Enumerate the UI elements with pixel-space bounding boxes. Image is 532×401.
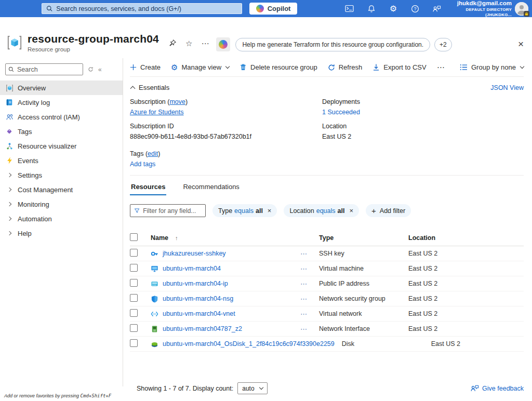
row-checkbox[interactable] [130,339,138,347]
tab-recommendations[interactable]: Recommendations [182,179,240,195]
resource-location: East US 2 [408,310,524,317]
filter-pill-type[interactable]: Type equals all × [212,204,277,217]
add-tags-link[interactable]: Add tags [130,161,155,168]
column-header-location[interactable]: Location [408,234,524,242]
resource-link[interactable]: ubuntu-vm-march04_OsDisk_1_2f84c19c6c974… [163,340,335,347]
add-filter-button[interactable]: + Add filter [366,204,411,217]
row-more-icon[interactable]: ⋯ [300,265,319,273]
row-more-icon[interactable]: ⋯ [300,280,319,288]
resource-type: Network security group [319,295,408,302]
more-actions-icon[interactable]: ⋯ [201,39,209,47]
location-value: East US 2 [322,133,524,140]
row-checkbox[interactable] [130,324,138,332]
tags-label: Tags (edit) [130,150,524,157]
sidebar-group-automation[interactable]: Automation [0,211,123,226]
json-view-link[interactable]: JSON View [490,84,524,91]
deployments-link[interactable]: 1 Succeeded [322,109,360,116]
resource-link[interactable]: jhukazureuser-sshkey [163,250,226,257]
cloud-shell-icon[interactable] [345,4,354,13]
sidebar-group-monitoring[interactable]: Monitoring [0,197,123,211]
copilot-suggestion-pill[interactable]: Help me generate Terraform for this reso… [235,38,430,51]
account-info[interactable]: jhukdk@gmail.com DEFAULT DIRECTORY (JHUK… [441,0,512,18]
copilot-logo-icon [219,40,228,49]
toolbar-more-icon[interactable]: ⋯ [437,63,445,72]
table-row: ubuntu-vm-march04 ⋯ Virtual machine East… [130,261,524,276]
sidebar-item-events[interactable]: Events [0,153,123,168]
essentials-title[interactable]: Essentials [139,84,169,91]
resource-link[interactable]: ubuntu-vm-march04-nsg [163,295,233,302]
sidebar-item-tags[interactable]: Tags [0,124,123,139]
move-link[interactable]: move [169,98,185,105]
delete-resource-group-button[interactable]: Delete resource group [240,63,317,71]
sidebar-item-activity-log[interactable]: Activity log [0,95,123,110]
filter-input[interactable] [143,207,202,215]
azure-search-input[interactable] [56,5,237,12]
azure-search-box[interactable] [42,3,242,14]
row-more-icon[interactable]: ⋯ [300,325,319,333]
reset-icon[interactable] [88,66,94,72]
subscription-link[interactable]: Azure for Students [130,109,184,116]
edit-tags-link[interactable]: edit [148,150,158,157]
export-to-csv-button[interactable]: Export to CSV [373,63,426,71]
give-feedback-link[interactable]: Give feedback [470,384,524,392]
filter-field-box[interactable] [130,204,206,217]
resource-link[interactable]: ubuntu-vm-march04787_z2 [163,325,242,332]
resource-type: Virtual network [319,310,408,317]
copilot-logo-icon [256,5,264,12]
resource-link[interactable]: ubuntu-vm-march04 [163,265,221,272]
feedback-icon[interactable] [432,4,441,13]
manage-view-button[interactable]: ⚙ Manage view [171,63,229,71]
refresh-button[interactable]: Refresh [328,63,363,71]
group-by-button[interactable]: Group by none [460,63,524,71]
row-checkbox[interactable] [130,249,138,257]
row-checkbox[interactable] [130,264,138,272]
help-icon[interactable]: ? [410,4,419,13]
remove-filter-icon[interactable]: × [268,207,272,215]
collapse-essentials-icon[interactable] [130,86,136,91]
row-more-icon[interactable]: ⋯ [300,310,319,318]
row-checkbox[interactable] [130,294,138,302]
sidebar-item-overview[interactable]: Overview [0,81,123,95]
column-header-type[interactable]: Type [319,234,408,242]
copilot-button[interactable]: Copilot [249,3,298,15]
row-checkbox[interactable] [130,309,138,317]
copilot-suggestions-button[interactable] [216,37,230,51]
resource-link[interactable]: ubuntu-vm-march04-ip [163,280,228,287]
remove-filter-icon[interactable]: × [349,207,353,215]
pin-icon[interactable] [168,39,177,47]
sidebar-search-input[interactable] [5,63,83,75]
filter-pill-location[interactable]: Location equals all × [284,204,359,217]
notifications-bell-icon[interactable] [367,4,376,13]
filter-bar: Type equals all × Location equals all × … [130,204,524,217]
filter-funnel-icon [134,207,140,214]
tab-resources[interactable]: Resources [130,179,166,195]
more-suggestions-pill[interactable]: +2 [434,38,452,51]
select-all-checkbox[interactable] [130,233,138,241]
sidebar-item-access-control[interactable]: Access control (IAM) [0,110,123,124]
create-button[interactable]: Create [130,63,161,71]
sidebar-item-resource-visualizer[interactable]: Resource visualizer [0,139,123,153]
plus-icon: + [371,207,376,215]
row-more-icon[interactable]: ⋯ [300,250,319,258]
close-blade-icon[interactable]: × [518,39,524,49]
svg-text:?: ? [414,6,416,11]
sidebar-group-help[interactable]: Help [0,226,123,240]
display-count-select[interactable]: auto [237,382,267,394]
refresh-icon [328,64,335,71]
table-row: ubuntu-vm-march04-ip ⋯ Public IP address… [130,276,524,291]
settings-gear-icon[interactable]: ⚙ [389,4,397,13]
resource-type: Public IP address [319,280,408,287]
resource-location: East US 2 [408,265,524,272]
favorite-star-icon[interactable]: ☆ [185,39,192,47]
collapse-menu-icon[interactable]: « [98,66,102,73]
table-row: ubuntu-vm-march04-nsg ⋯ Network security… [130,291,524,306]
avatar[interactable] [515,2,528,16]
table-row: ubuntu-vm-march04_OsDisk_1_2f84c19c6c974… [130,337,524,352]
resource-link[interactable]: ubuntu-vm-march04-vnet [163,310,235,317]
search-icon [46,5,52,12]
sidebar-group-cost-management[interactable]: Cost Management [0,182,123,197]
sidebar-group-settings[interactable]: Settings [0,168,123,182]
row-more-icon[interactable]: ⋯ [300,295,319,303]
row-checkbox[interactable] [130,279,138,287]
column-header-name[interactable]: Name↑ [151,234,300,242]
